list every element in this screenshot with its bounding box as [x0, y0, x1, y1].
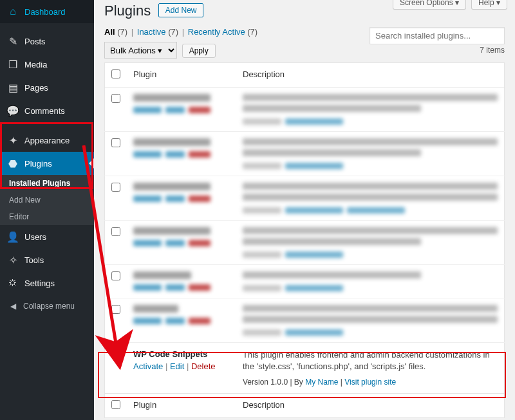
- submenu-editor[interactable]: Editor: [0, 208, 94, 225]
- menu-media[interactable]: ❐ Media: [0, 53, 94, 76]
- table-row: [105, 87, 505, 132]
- row-checkbox[interactable]: [111, 305, 120, 314]
- comment-icon: 💬: [6, 104, 19, 117]
- plugins-submenu: Installed Plugins Add New Editor: [0, 175, 94, 225]
- pin-icon: ✎: [6, 35, 19, 48]
- page-title: Plugins: [104, 3, 151, 19]
- page-icon: ▤: [6, 81, 19, 94]
- row-checkbox[interactable]: [111, 271, 120, 280]
- search-box: [370, 27, 505, 44]
- brush-icon: ✦: [6, 134, 19, 147]
- table-row: [105, 176, 505, 221]
- menu-label: Dashboard: [24, 7, 66, 17]
- collapse-menu[interactable]: ◀ Collapse menu: [0, 295, 94, 318]
- menu-posts[interactable]: ✎ Posts: [0, 30, 94, 53]
- apply-button[interactable]: Apply: [182, 44, 216, 58]
- activate-link[interactable]: Activate: [133, 361, 163, 371]
- tool-icon: ✧: [6, 253, 19, 266]
- menu-label: Comments: [24, 106, 65, 116]
- row-checkbox[interactable]: [111, 227, 120, 236]
- menu-label: Posts: [24, 37, 46, 46]
- plugin-description: This plugin enables frontend and admin b…: [243, 349, 498, 372]
- filter-inactive-count: (7): [168, 27, 178, 37]
- submenu-add-new[interactable]: Add New: [0, 192, 94, 208]
- collapse-label: Collapse menu: [23, 302, 75, 311]
- menu-label: Media: [24, 60, 47, 69]
- plugin-name: WP Code Snippets: [133, 349, 230, 359]
- add-new-button[interactable]: Add New: [158, 3, 204, 17]
- gear-icon: ⛭: [6, 277, 19, 289]
- table-row-featured: WP Code Snippets Activate | Edit | Delet…: [105, 343, 505, 394]
- search-input[interactable]: [370, 27, 505, 44]
- menu-label: Appearance: [24, 136, 70, 145]
- media-icon: ❐: [6, 58, 19, 71]
- menu-label: Settings: [24, 278, 55, 288]
- plug-icon: ⬣: [6, 157, 19, 170]
- menu-label: Tools: [24, 255, 44, 265]
- items-count: 7 items: [480, 46, 505, 55]
- row-checkbox[interactable]: [111, 349, 120, 358]
- filter-all[interactable]: All: [104, 27, 115, 37]
- plugin-meta: Version 1.0.0 | By My Name | Visit plugi…: [243, 378, 498, 387]
- select-all-checkbox[interactable]: [111, 69, 120, 78]
- row-checkbox[interactable]: [111, 94, 120, 103]
- col-description[interactable]: Description: [236, 63, 505, 87]
- bulk-actions: Bulk Actions ▾ Apply: [104, 42, 216, 59]
- menu-pages[interactable]: ▤ Pages: [0, 76, 94, 99]
- table-row: [105, 132, 505, 176]
- select-all-checkbox-bottom[interactable]: [111, 400, 120, 409]
- col-description-foot[interactable]: Description: [236, 394, 505, 418]
- filter-inactive[interactable]: Inactive: [137, 27, 166, 37]
- delete-link[interactable]: Delete: [191, 361, 216, 371]
- admin-sidebar: ⌂ Dashboard ✎ Posts ❐ Media ▤ Pages 💬 Co…: [0, 0, 94, 420]
- table-row: [105, 221, 505, 265]
- table-row: [105, 265, 505, 298]
- dashboard-icon: ⌂: [6, 5, 19, 18]
- table-row: [105, 298, 505, 343]
- author-link[interactable]: My Name: [305, 378, 338, 387]
- bulk-actions-select[interactable]: Bulk Actions ▾: [104, 42, 177, 59]
- plugins-table: Plugin Description: [104, 62, 505, 418]
- col-plugin-foot[interactable]: Plugin: [127, 394, 236, 418]
- menu-plugins[interactable]: ⬣ Plugins: [0, 152, 94, 175]
- col-plugin[interactable]: Plugin: [127, 63, 236, 87]
- submenu-installed-plugins[interactable]: Installed Plugins: [0, 175, 94, 192]
- screen-options-button[interactable]: Screen Options ▾: [393, 0, 466, 10]
- menu-label: Pages: [24, 83, 48, 93]
- menu-comments[interactable]: 💬 Comments: [0, 99, 94, 122]
- menu-label: Plugins: [24, 159, 52, 169]
- edit-link[interactable]: Edit: [170, 361, 184, 371]
- menu-users[interactable]: 👤 Users: [0, 225, 94, 248]
- menu-settings[interactable]: ⛭ Settings: [0, 271, 94, 295]
- help-button[interactable]: Help ▾: [471, 0, 507, 10]
- filter-recently-active[interactable]: Recently Active: [188, 27, 245, 37]
- row-actions: Activate | Edit | Delete: [133, 361, 230, 371]
- menu-label: Users: [24, 232, 46, 242]
- menu-tools[interactable]: ✧ Tools: [0, 248, 94, 271]
- row-checkbox[interactable]: [111, 183, 120, 192]
- menu-dashboard[interactable]: ⌂ Dashboard: [0, 0, 94, 23]
- filter-recent-count: (7): [247, 27, 258, 37]
- row-checkbox[interactable]: [111, 138, 120, 147]
- main-content: Screen Options ▾ Help ▾ Plugins Add New …: [94, 0, 515, 420]
- filter-all-count: (7): [117, 27, 127, 37]
- menu-appearance[interactable]: ✦ Appearance: [0, 129, 94, 152]
- user-icon: 👤: [6, 230, 19, 243]
- visit-site-link[interactable]: Visit plugin site: [344, 378, 396, 387]
- collapse-icon: ◀: [6, 300, 19, 313]
